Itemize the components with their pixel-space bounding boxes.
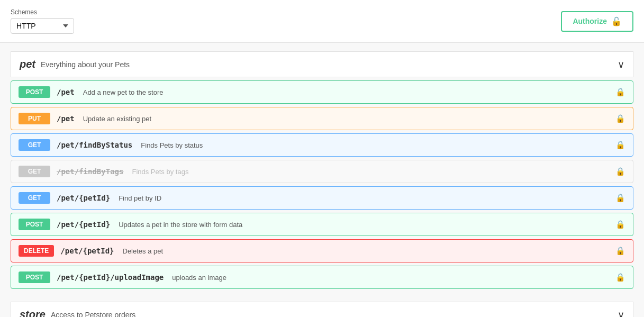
endpoint-left: POST /pet/{petId} Updates a pet in the s… [19,219,242,230]
endpoint-left: GET /pet/{petId} Find pet by ID [19,192,161,204]
endpoint-post-pet[interactable]: POST /pet Add a new pet to the store 🔒 [11,80,633,104]
lock-icon: 🔓 [611,16,622,26]
section-header-store[interactable]: store Access to Petstore orders ∨ [11,302,633,317]
method-badge-get-disabled: GET [19,166,50,177]
lock-icon-small: 🔒 [615,273,625,282]
endpoint-post-uploadimage[interactable]: POST /pet/{petId}/uploadImage uploads an… [11,266,633,289]
endpoint-path: /pet/{petId} [57,220,110,229]
section-pet: pet Everything about your Pets ∨ POST /p… [11,43,633,293]
lock-icon-small: 🔒 [615,114,625,123]
top-bar: Schemes HTTP HTTPS Authorize 🔓 [0,0,644,43]
endpoint-left: PUT /pet Update an existing pet [19,113,151,124]
section-name-pet: pet [20,58,35,70]
chevron-icon-store: ∨ [618,309,624,318]
section-desc-store: Access to Petstore orders [51,311,135,318]
method-badge-post: POST [19,219,50,230]
method-badge-put: PUT [19,113,50,124]
endpoint-path: /pet/findByStatus [57,141,132,149]
endpoint-summary: Add a new pet to the store [83,88,164,96]
section-title-pet: pet Everything about your Pets [20,58,130,70]
endpoint-path: /pet/{petId} [60,247,114,255]
endpoint-left: DELETE /pet/{petId} Deletes a pet [19,245,163,257]
endpoint-left: POST /pet Add a new pet to the store [19,86,164,98]
authorize-label: Authorize [573,17,607,25]
endpoint-path: /pet/{petId}/uploadImage [57,273,164,282]
schemes-select[interactable]: HTTP HTTPS [11,18,74,34]
chevron-icon-pet: ∨ [618,59,624,70]
endpoint-left: GET /pet/findByTags Finds Pets by tags [19,166,188,177]
lock-icon-small: 🔒 [615,167,625,176]
method-badge-post: POST [19,86,50,98]
schemes-section: Schemes HTTP HTTPS [11,8,74,34]
endpoint-post-petid[interactable]: POST /pet/{petId} Updates a pet in the s… [11,213,633,236]
schemes-label: Schemes [11,8,74,16]
endpoint-path-deprecated: /pet/findByTags [57,167,123,176]
section-header-pet[interactable]: pet Everything about your Pets ∨ [11,51,633,77]
lock-icon-small: 🔒 [615,246,625,256]
endpoint-path: /pet/{petId} [57,194,110,202]
section-desc-pet: Everything about your Pets [41,60,130,69]
endpoint-summary: uploads an image [172,274,226,282]
endpoint-delete-petid[interactable]: DELETE /pet/{petId} Deletes a pet 🔒 [11,239,633,262]
section-store: store Access to Petstore orders ∨ [11,293,633,317]
endpoint-summary-deprecated: Finds Pets by tags [132,168,188,176]
endpoint-summary: Finds Pets by status [141,141,203,149]
endpoint-summary: Updates a pet in the store with form dat… [119,221,242,229]
endpoint-get-findbystatus[interactable]: GET /pet/findByStatus Finds Pets by stat… [11,133,633,157]
endpoint-put-pet[interactable]: PUT /pet Update an existing pet 🔒 [11,107,633,130]
method-badge-delete: DELETE [19,245,54,257]
endpoint-summary: Find pet by ID [119,194,161,202]
endpoint-get-petid[interactable]: GET /pet/{petId} Find pet by ID 🔒 [11,186,633,210]
endpoint-get-findbytags-deprecated[interactable]: GET /pet/findByTags Finds Pets by tags 🔒 [11,160,633,183]
endpoint-summary: Deletes a pet [123,247,164,255]
endpoint-path: /pet [57,114,75,123]
endpoint-summary: Update an existing pet [83,115,151,123]
endpoint-left: GET /pet/findByStatus Finds Pets by stat… [19,139,203,151]
endpoint-path: /pet [57,88,75,96]
section-title-store: store Access to Petstore orders [20,309,135,317]
endpoints-pet: POST /pet Add a new pet to the store 🔒 P… [11,80,633,289]
endpoint-left: POST /pet/{petId}/uploadImage uploads an… [19,271,226,283]
authorize-button[interactable]: Authorize 🔓 [561,11,633,32]
lock-icon-small: 🔒 [615,220,625,229]
lock-icon-small: 🔒 [615,193,625,203]
method-badge-get: GET [19,139,50,151]
section-name-store: store [20,309,46,317]
lock-icon-small: 🔒 [615,87,625,97]
lock-icon-small: 🔒 [615,140,625,150]
main-content: pet Everything about your Pets ∨ POST /p… [0,43,644,317]
method-badge-get: GET [19,192,50,204]
method-badge-post: POST [19,271,50,283]
